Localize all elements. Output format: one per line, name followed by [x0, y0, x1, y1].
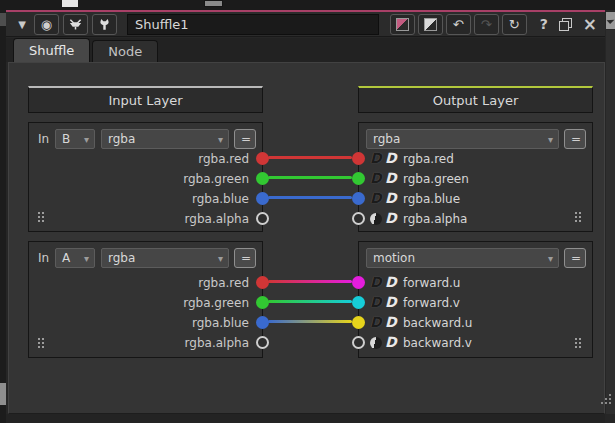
input-socket-empty[interactable] [256, 212, 269, 225]
input-socket[interactable] [256, 276, 269, 289]
half-moon-state-icon[interactable] [370, 213, 382, 225]
channel-state-d-icon[interactable]: D [370, 150, 382, 166]
input-layer-select-2[interactable]: rgba ▾ [101, 248, 229, 268]
input-select-a[interactable]: A ▾ [55, 248, 95, 268]
drag-handle[interactable] [38, 338, 46, 350]
resize-grip[interactable] [599, 392, 613, 406]
input-layer-select-1[interactable]: rgba ▾ [101, 129, 229, 149]
output-socket[interactable] [352, 316, 365, 329]
vertical-scrollbar[interactable] [605, 10, 615, 423]
chevron-down-icon: ▾ [84, 134, 94, 145]
undo-button[interactable]: ↶ [446, 14, 471, 35]
channel-d-icon[interactable]: D [385, 190, 397, 206]
channel-row: rgba.red [29, 275, 262, 291]
drag-handle[interactable] [575, 338, 583, 350]
output-channel-label: rgba.blue [403, 191, 460, 207]
connection-wire[interactable] [268, 320, 352, 323]
channel-state-d-icon[interactable]: D [370, 314, 382, 330]
connection-wire[interactable] [268, 300, 352, 303]
output-channel-label: rgba.red [403, 151, 454, 167]
output-layer-select-2[interactable]: motion ▾ [366, 248, 559, 268]
chevron-down-icon: ▾ [548, 134, 558, 145]
monitor-icon [68, 17, 83, 32]
output-channel-label: rgba.green [403, 171, 469, 187]
input-channel-label: rgba.green [99, 295, 249, 311]
input-socket[interactable] [256, 192, 269, 205]
input-channel-label: rgba.blue [99, 191, 249, 207]
connection-wire[interactable] [268, 196, 352, 199]
input-socket[interactable] [256, 316, 269, 329]
output-socket[interactable] [352, 296, 365, 309]
output-layer-select-1[interactable]: rgba ▾ [366, 129, 559, 149]
drag-handle[interactable] [38, 212, 46, 224]
input-channel-label: rgba.green [99, 171, 249, 187]
left-strip [0, 10, 6, 423]
revert-icon: ↻ [509, 17, 520, 32]
equals-mapping-button[interactable]: = [234, 248, 256, 268]
wrench-button[interactable] [92, 14, 117, 35]
float-window-icon[interactable] [559, 18, 572, 31]
tab-shuffle[interactable]: Shuffle [13, 38, 90, 62]
equals-mapping-button[interactable]: = [564, 129, 586, 149]
gl-color-swatch-icon [424, 18, 437, 31]
output-channel-label: forward.v [403, 295, 460, 311]
revert-button[interactable]: ↻ [502, 14, 527, 35]
connection-wire[interactable] [268, 280, 352, 283]
input-socket-empty[interactable] [256, 336, 269, 349]
output-socket[interactable] [352, 152, 365, 165]
connection-wire[interactable] [268, 176, 352, 179]
output-socket[interactable] [352, 172, 365, 185]
channel-d-icon[interactable]: D [385, 334, 397, 350]
left-scroll-handle[interactable] [0, 383, 6, 405]
equals-mapping-button[interactable]: = [564, 248, 586, 268]
node-color-button[interactable] [390, 14, 415, 35]
close-button[interactable]: × [583, 16, 597, 33]
channel-d-icon[interactable]: D [385, 170, 397, 186]
channel-d-icon[interactable]: D [385, 150, 397, 166]
drag-handle[interactable] [575, 212, 583, 224]
channel-d-icon[interactable]: D [385, 210, 397, 226]
center-node-button[interactable]: ◉ [34, 14, 59, 35]
tab-strip: Shuffle Node [6, 38, 605, 62]
channel-d-icon[interactable]: D [385, 274, 397, 290]
collapse-triangle-icon[interactable]: ▼ [14, 19, 30, 30]
half-moon-state-icon[interactable] [370, 337, 382, 349]
top-strip-gray-box [204, 0, 223, 7]
connection-wire[interactable] [268, 156, 352, 159]
channel-d-icon[interactable]: D [385, 294, 397, 310]
input-socket[interactable] [256, 152, 269, 165]
node-name-input[interactable] [127, 14, 379, 35]
monitor-button[interactable] [63, 14, 88, 35]
output-socket[interactable] [352, 192, 365, 205]
channel-state-d-icon[interactable]: D [370, 190, 382, 206]
tab-node[interactable]: Node [92, 40, 158, 62]
output-socket-empty[interactable] [352, 212, 365, 225]
help-button[interactable]: ? [540, 16, 548, 32]
channel-row: rgba.alpha [29, 211, 262, 227]
channel-row: rgba.green [29, 295, 262, 311]
titlebar: ▼ ◉ ↶ ↷ [6, 12, 605, 37]
scrollbar-track[interactable] [606, 30, 615, 414]
channel-state-d-icon[interactable]: D [370, 274, 382, 290]
output-socket[interactable] [352, 276, 365, 289]
in-label: In [38, 132, 49, 146]
channel-state-d-icon[interactable]: D [370, 294, 382, 310]
output-channel-label: rgba.alpha [403, 211, 467, 227]
channel-d-icon[interactable]: D [385, 314, 397, 330]
input-select-b[interactable]: B ▾ [55, 129, 95, 149]
scrollbar-top-cap[interactable] [606, 12, 615, 29]
output-socket-empty[interactable] [352, 336, 365, 349]
input-socket[interactable] [256, 296, 269, 309]
target-icon: ◉ [41, 17, 52, 32]
gl-color-button[interactable] [418, 14, 443, 35]
undo-icon: ↶ [453, 17, 464, 32]
chevron-down-icon: ▾ [218, 253, 228, 264]
redo-button[interactable]: ↷ [474, 14, 499, 35]
bottom-strip [6, 414, 605, 423]
shuffle-properties-panel: ▼ ◉ ↶ ↷ [0, 0, 615, 423]
channel-state-d-icon[interactable]: D [370, 170, 382, 186]
output-group-2: motion ▾ = D D forward.u D D forward.v D… [358, 241, 593, 358]
input-socket[interactable] [256, 172, 269, 185]
equals-mapping-button[interactable]: = [234, 129, 256, 149]
output-channel-label: backward.u [403, 315, 472, 331]
